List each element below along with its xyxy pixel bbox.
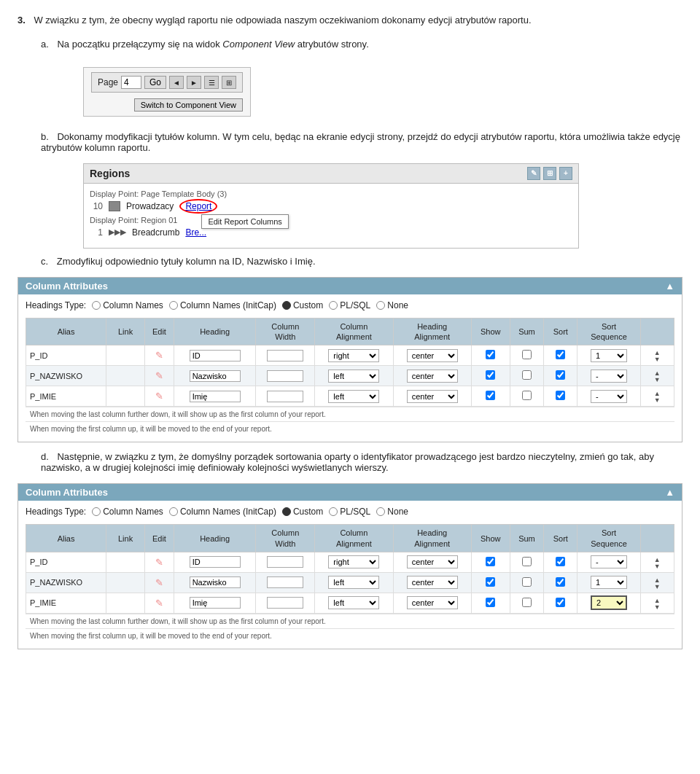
cell-arrows[interactable]: ▲ ▼ bbox=[640, 552, 674, 572]
cell-col-width[interactable] bbox=[256, 552, 315, 572]
sum-checkbox[interactable] bbox=[522, 598, 532, 607]
cell-heading[interactable] bbox=[174, 386, 256, 407]
cell-show[interactable] bbox=[471, 345, 510, 366]
cell-col-align[interactable]: left right center bbox=[315, 366, 393, 386]
sort-arrows[interactable]: ▲ ▼ bbox=[654, 350, 661, 363]
col-align-select[interactable]: right left center bbox=[328, 349, 379, 362]
sort-seq-select[interactable]: - 1 2 bbox=[591, 390, 627, 403]
cell-heading[interactable] bbox=[174, 572, 256, 593]
cell-sort-seq[interactable]: 2 - 1 bbox=[578, 593, 640, 613]
radio-column-names-1[interactable]: Column Names bbox=[92, 300, 163, 310]
cell-show[interactable] bbox=[471, 593, 510, 613]
head-align-select[interactable]: center left right bbox=[407, 370, 458, 383]
cell-sum[interactable] bbox=[510, 572, 543, 593]
cell-col-width[interactable] bbox=[256, 345, 315, 366]
switch-to-component-view-button[interactable]: Switch to Component View bbox=[134, 98, 243, 112]
heading-input[interactable] bbox=[190, 597, 241, 609]
cell-sort[interactable] bbox=[544, 366, 578, 386]
pencil-icon[interactable]: ✎ bbox=[155, 370, 163, 381]
sort-seq-select[interactable]: - 1 2 bbox=[591, 370, 627, 383]
cell-sort-seq[interactable]: - 1 2 bbox=[578, 386, 640, 407]
heading-input[interactable] bbox=[190, 576, 241, 588]
page-input[interactable] bbox=[121, 76, 141, 89]
edit-icon-2[interactable]: ⊞ bbox=[543, 167, 556, 180]
cell-sort[interactable] bbox=[544, 572, 578, 593]
cell-head-align[interactable]: center left right bbox=[393, 593, 471, 613]
cell-col-align[interactable]: left right center bbox=[315, 572, 393, 593]
radio-none-1[interactable]: None bbox=[376, 300, 408, 310]
col-width-input[interactable] bbox=[267, 391, 303, 402]
cell-col-width[interactable] bbox=[256, 572, 315, 593]
show-checkbox[interactable] bbox=[486, 350, 495, 359]
sort-seq-select-highlighted[interactable]: 2 - 1 bbox=[591, 595, 627, 610]
cell-show[interactable] bbox=[471, 552, 510, 572]
pencil-icon[interactable]: ✎ bbox=[155, 557, 163, 568]
cell-arrows[interactable]: ▲ ▼ bbox=[640, 572, 674, 593]
cell-sum[interactable] bbox=[510, 593, 543, 613]
cell-sort[interactable] bbox=[544, 386, 578, 407]
sort-seq-select[interactable]: 1 - 2 bbox=[591, 576, 627, 589]
prev-icon[interactable]: ◄ bbox=[169, 76, 184, 89]
cell-heading[interactable] bbox=[174, 593, 256, 613]
radio-none-2[interactable]: None bbox=[376, 507, 408, 517]
cell-edit[interactable]: ✎ bbox=[145, 345, 174, 366]
edit-icon-3[interactable]: + bbox=[559, 167, 572, 180]
heading-input[interactable] bbox=[190, 370, 241, 382]
cell-col-align[interactable]: right left center bbox=[315, 345, 393, 366]
head-align-select[interactable]: center left right bbox=[407, 390, 458, 403]
head-align-select[interactable]: center left right bbox=[407, 349, 458, 362]
show-checkbox[interactable] bbox=[486, 598, 495, 607]
cell-head-align[interactable]: center left right bbox=[393, 366, 471, 386]
col-width-input[interactable] bbox=[267, 576, 303, 588]
radio-plsql-2[interactable]: PL/SQL bbox=[329, 507, 370, 517]
cell-sort[interactable] bbox=[544, 552, 578, 572]
sort-arrows[interactable]: ▲ ▼ bbox=[654, 598, 661, 611]
cell-sort-seq[interactable]: - 1 2 bbox=[578, 366, 640, 386]
cell-sum[interactable] bbox=[510, 552, 543, 572]
radio-custom-1[interactable]: Custom bbox=[282, 300, 323, 310]
head-align-select[interactable]: center left right bbox=[407, 576, 458, 589]
cell-sum[interactable] bbox=[510, 366, 543, 386]
sort-arrows[interactable]: ▲ ▼ bbox=[654, 391, 661, 404]
cell-edit[interactable]: ✎ bbox=[145, 572, 174, 593]
cell-col-width[interactable] bbox=[256, 593, 315, 613]
show-checkbox[interactable] bbox=[486, 577, 495, 587]
cell-col-width[interactable] bbox=[256, 386, 315, 407]
col-align-select[interactable]: left right center bbox=[328, 596, 379, 609]
sort-checkbox[interactable] bbox=[556, 350, 565, 359]
arrow-down-icon[interactable]: ▼ bbox=[654, 584, 661, 590]
view-icon1[interactable]: ☰ bbox=[204, 76, 219, 89]
col-attr-up-icon[interactable]: ▲ bbox=[665, 281, 674, 292]
sort-checkbox[interactable] bbox=[556, 391, 565, 400]
cell-arrows[interactable]: ▲ ▼ bbox=[640, 386, 674, 407]
arrow-down-icon[interactable]: ▼ bbox=[654, 397, 661, 404]
show-checkbox[interactable] bbox=[486, 391, 495, 400]
edit-icon-1[interactable]: ✎ bbox=[527, 167, 540, 180]
cell-sort-seq[interactable]: - 1 2 bbox=[578, 552, 640, 572]
sum-checkbox[interactable] bbox=[522, 391, 532, 400]
arrow-down-icon[interactable]: ▼ bbox=[654, 377, 661, 383]
pencil-icon[interactable]: ✎ bbox=[155, 350, 163, 361]
head-align-select[interactable]: center left right bbox=[407, 555, 458, 568]
cell-heading[interactable] bbox=[174, 366, 256, 386]
radio-column-names-2[interactable]: Column Names bbox=[92, 507, 163, 517]
col-align-select[interactable]: left right center bbox=[328, 370, 379, 383]
cell-sum[interactable] bbox=[510, 386, 543, 407]
cell-head-align[interactable]: center left right bbox=[393, 572, 471, 593]
cell-heading[interactable] bbox=[174, 552, 256, 572]
cell-col-align[interactable]: right left center bbox=[315, 552, 393, 572]
cell-sort-seq[interactable]: 1 - 2 bbox=[578, 345, 640, 366]
col-attr-up-icon-2[interactable]: ▲ bbox=[665, 487, 674, 498]
go-button[interactable]: Go bbox=[144, 76, 166, 89]
pencil-icon[interactable]: ✎ bbox=[155, 391, 163, 402]
col-align-select[interactable]: right left center bbox=[328, 555, 379, 568]
heading-input[interactable] bbox=[190, 556, 241, 568]
cell-head-align[interactable]: center left right bbox=[393, 552, 471, 572]
sort-checkbox[interactable] bbox=[556, 598, 565, 607]
show-checkbox[interactable] bbox=[486, 557, 495, 566]
cell-edit[interactable]: ✎ bbox=[145, 552, 174, 572]
cell-head-align[interactable]: center left right bbox=[393, 386, 471, 407]
sort-checkbox[interactable] bbox=[556, 370, 565, 380]
sum-checkbox[interactable] bbox=[522, 557, 532, 566]
radio-initcap-2[interactable]: Column Names (InitCap) bbox=[169, 507, 276, 517]
